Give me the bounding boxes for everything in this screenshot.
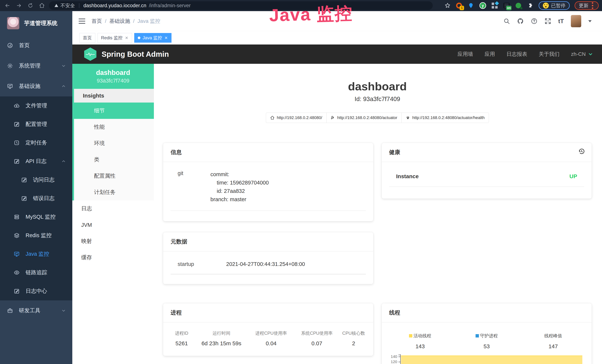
extension-colorzilla-icon[interactable]: 1	[456, 2, 462, 9]
metadata-card-title: 元数据	[163, 232, 373, 251]
sba-menu-classes[interactable]: 类	[74, 151, 154, 168]
browser-toolbar: 1 y on 已暂停	[444, 1, 602, 10]
instance-name: dashboard	[96, 69, 130, 76]
sba-menu-metrics[interactable]: 性能	[74, 119, 154, 135]
live-threads-swatch	[409, 334, 412, 337]
breadcrumb-home[interactable]: 首页	[92, 18, 102, 25]
sidebar-item-access-log[interactable]: 访问日志	[0, 171, 72, 189]
actuator-url-button[interactable]: http://192.168.0.2:48080/actuator	[326, 113, 402, 123]
bookmark-star-icon[interactable]	[444, 2, 451, 9]
browser-menu-icon[interactable]	[591, 2, 594, 9]
sidebar-item-error-log[interactable]: 错误日志	[0, 189, 72, 208]
sba-menu-scheduled[interactable]: 计划任务	[74, 184, 154, 201]
sidebar-item-home[interactable]: 首页	[0, 35, 72, 56]
sba-menu-jvm[interactable]: JVM	[72, 217, 154, 233]
browser-chrome: 不安全 dashboard.yudao.iocoder.cn /infra/ad…	[0, 0, 602, 11]
sidebar-item-devtools[interactable]: 研发工具	[0, 300, 72, 321]
sidebar: 芋道管理系统 首页 系统管理 基础设施 文件管理	[0, 11, 72, 364]
extension-switch-icon[interactable]: on	[503, 2, 510, 9]
instance-links: http://192.168.0.2:48080/ http://192.168…	[163, 113, 592, 123]
sba-nav-about[interactable]: 关于我们	[539, 51, 559, 58]
sba-main: dashboard Id: 93a3fc7f7409 http://192.16…	[154, 64, 602, 364]
process-uptime-value: 6d 23h 15m 59s	[196, 340, 247, 347]
sba-menu-caches[interactable]: 缓存	[72, 249, 154, 266]
warning-icon	[54, 3, 59, 8]
server-icon	[14, 214, 20, 220]
sba-menu-logs[interactable]: 日志	[72, 201, 154, 217]
health-instance-label: Instance	[396, 173, 419, 180]
tab-home[interactable]: 首页	[79, 33, 95, 43]
metadata-startup-row: startup 2021-04-27T00:44:31.254+08:00	[171, 261, 366, 274]
text-size-icon[interactable]: tT	[558, 18, 564, 25]
breadcrumb-current: Java 监控	[138, 18, 160, 25]
process-card: 进程 进程ID 5261 运行时间	[163, 303, 373, 356]
fullscreen-icon[interactable]	[545, 18, 551, 24]
sidebar-item-mysql[interactable]: MySQL 监控	[0, 208, 72, 226]
sba-menu-mappings[interactable]: 映射	[72, 233, 154, 249]
help-icon[interactable]	[531, 18, 538, 24]
avatar-caret-icon[interactable]	[588, 20, 592, 22]
home-icon[interactable]	[39, 3, 45, 9]
sba-header: Spring Boot Admin 应用墙 应用 日志报表 关于我们 zh-CN	[72, 44, 602, 64]
extension-pin-icon[interactable]	[467, 2, 474, 9]
app-logo-row[interactable]: 芋道管理系统	[0, 11, 72, 35]
breadcrumb-infra[interactable]: 基础设施	[109, 18, 130, 25]
infra-submenu: 文件管理 配置管理 定时任务 API 日志 访问日志	[0, 96, 72, 300]
dashboard-icon	[7, 43, 13, 48]
search-icon[interactable]	[503, 18, 510, 24]
url-bar[interactable]: 不安全 dashboard.yudao.iocoder.cn /infra/ad…	[49, 1, 433, 10]
hamburger-icon[interactable]	[79, 19, 85, 24]
sidebar-item-api-log[interactable]: API 日志	[0, 152, 72, 171]
threads-card-title: 线程	[382, 303, 592, 322]
forward-icon[interactable]	[16, 3, 22, 9]
reload-icon[interactable]	[27, 3, 33, 9]
extension-yudao-icon[interactable]: y	[479, 2, 486, 9]
wrench-icon	[331, 116, 335, 120]
sba-instance-header[interactable]: dashboard 93a3fc7f7409	[72, 64, 154, 89]
service-url-button[interactable]: http://192.168.0.2:48080/	[266, 113, 326, 123]
info-card: 信息 git commit: time: 1596289704000 id: 2…	[163, 143, 373, 221]
sba-menu-details[interactable]: 细节	[74, 103, 154, 119]
sba-nav-journal[interactable]: 日志报表	[506, 51, 527, 58]
close-icon[interactable]	[125, 36, 129, 40]
sba-brand[interactable]: Spring Boot Admin	[102, 50, 169, 58]
sidebar-item-java[interactable]: Java 监控	[0, 245, 72, 263]
security-indicator[interactable]: 不安全	[54, 2, 75, 9]
back-icon[interactable]	[4, 3, 10, 9]
sidebar-item-file[interactable]: 文件管理	[0, 96, 72, 115]
sidebar-item-redis[interactable]: Redis 监控	[0, 226, 72, 245]
history-icon[interactable]	[578, 148, 585, 155]
avatar[interactable]	[571, 15, 581, 27]
sba-menu-configprops[interactable]: 配置属性	[74, 168, 154, 184]
page-title: dashboard	[163, 80, 592, 93]
extension-magnifier-icon[interactable]	[515, 2, 522, 9]
sba-nav-wallboard[interactable]: 应用墙	[458, 51, 473, 58]
sidebar-item-system[interactable]: 系统管理	[0, 56, 72, 76]
sba-sidebar: dashboard 93a3fc7f7409 Insights 细节 性能 环境…	[72, 64, 154, 364]
app-title: 芋道管理系统	[24, 20, 57, 27]
github-icon[interactable]	[517, 18, 524, 24]
tab-java[interactable]: Java 监控	[134, 33, 172, 43]
extensions-puzzle-icon[interactable]	[527, 2, 534, 9]
close-icon[interactable]	[164, 36, 168, 40]
sidebar-item-log-center[interactable]: 日志中心	[0, 282, 72, 300]
sidebar-item-trace[interactable]: 链路追踪	[0, 263, 72, 282]
sba-nav-applications[interactable]: 应用	[485, 51, 495, 58]
chevron-up-icon	[61, 159, 66, 164]
sidebar-item-job[interactable]: 定时任务	[0, 134, 72, 152]
process-col-cpu: 进程CPU使用率	[250, 330, 292, 336]
process-cores-value: 2	[342, 340, 366, 347]
paused-pill[interactable]: 已暂停	[538, 1, 570, 10]
sidebar-item-infra[interactable]: 基础设施	[0, 76, 72, 96]
info-git-row: git commit: time: 1596289704000 id: 27aa…	[171, 170, 366, 211]
extension-grid-icon[interactable]	[491, 2, 498, 9]
health-url-button[interactable]: http://192.168.0.2:48080/actuator/health	[401, 113, 489, 123]
sba-language-select[interactable]: zh-CN	[571, 51, 593, 57]
health-instance-row: Instance UP	[389, 170, 584, 187]
tab-redis[interactable]: Redis 监控	[97, 33, 132, 43]
update-button[interactable]: 更新	[575, 1, 599, 10]
sidebar-item-config[interactable]: 配置管理	[0, 115, 72, 134]
threads-card: 线程 活动线程 143 守护进程	[382, 303, 592, 364]
active-tab-dot	[138, 37, 140, 39]
sba-menu-env[interactable]: 环境	[74, 135, 154, 151]
